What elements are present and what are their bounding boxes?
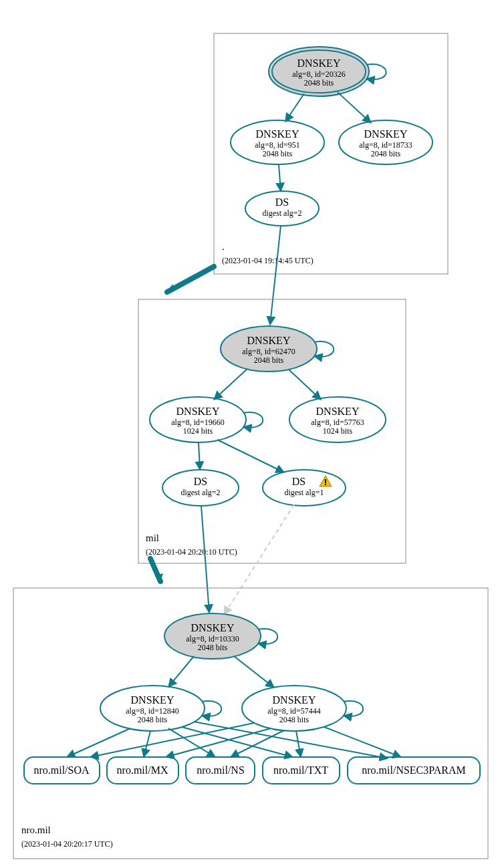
dnssec-diagram: . (2023-01-04 19:14:45 UTC) DNSKEY alg=8… [0, 0, 500, 868]
edge-milksk-zsk1 [214, 369, 247, 400]
edge-milzsk1-ds1 [199, 442, 200, 470]
svg-text:DNSKEY: DNSKEY [247, 335, 291, 346]
edge-milzsk1-ds2 [217, 440, 284, 472]
svg-text:1024 bits: 1024 bits [183, 426, 213, 436]
zone-mil-timestamp: (2023-01-04 20:20:10 UTC) [146, 547, 237, 557]
svg-text:alg=8, id=951: alg=8, id=951 [255, 140, 300, 150]
svg-text:alg=8, id=57444: alg=8, id=57444 [267, 706, 321, 716]
svg-text:2048 bits: 2048 bits [263, 149, 293, 158]
zone-nro-label: nro.mil [21, 825, 51, 835]
svg-text:2048 bits: 2048 bits [198, 643, 228, 652]
zone-mil-label: mil [146, 533, 159, 543]
node-mil-zsk2: DNSKEY alg=8, id=57763 1024 bits [289, 397, 386, 442]
svg-text:nro.mil/TXT: nro.mil/TXT [273, 764, 328, 776]
node-mil-ds2: DS digest alg=1 [263, 470, 346, 506]
svg-text:2048 bits: 2048 bits [138, 715, 168, 724]
svg-rect-35 [325, 479, 326, 483]
edge-z2-mx [166, 728, 271, 757]
svg-text:DNSKEY: DNSKEY [297, 57, 341, 69]
node-mil-ksk: DNSKEY alg=8, id=62470 2048 bits [221, 326, 317, 372]
node-mil-ds1: DS digest alg=2 [162, 470, 239, 506]
svg-text:alg=8, id=10330: alg=8, id=10330 [186, 634, 239, 643]
svg-text:1024 bits: 1024 bits [323, 426, 353, 436]
node-root-ksk: DNSKEY alg=8, id=20326 2048 bits [269, 47, 369, 96]
node-nro-zsk1: DNSKEY alg=8, id=12840 2048 bits [100, 686, 205, 731]
svg-rect-36 [325, 484, 326, 485]
svg-text:nro.mil/NSEC3PARAM: nro.mil/NSEC3PARAM [362, 764, 465, 776]
svg-text:DNSKEY: DNSKEY [131, 694, 174, 706]
svg-text:DS: DS [275, 196, 289, 208]
svg-text:alg=8, id=20326: alg=8, id=20326 [292, 69, 346, 79]
node-root-ds: DS digest alg=2 [245, 191, 319, 226]
edge-z1-mx [144, 731, 150, 757]
svg-text:DS: DS [292, 476, 305, 487]
edge-z2-nsec [324, 727, 401, 757]
edge-milds2-nroksk [224, 504, 294, 615]
node-nro-ksk: DNSKEY alg=8, id=10330 2048 bits [164, 613, 261, 659]
svg-text:alg=8, id=62470: alg=8, id=62470 [242, 347, 295, 356]
svg-text:alg=8, id=18733: alg=8, id=18733 [359, 140, 412, 150]
svg-text:DNSKEY: DNSKEY [191, 622, 235, 633]
rr-ns: nro.mil/NS [186, 757, 255, 784]
rr-mx: nro.mil/MX [107, 757, 178, 784]
edge-milds1-nroksk [201, 506, 209, 613]
svg-text:nro.mil/NS: nro.mil/NS [197, 764, 245, 776]
svg-text:nro.mil/SOA: nro.mil/SOA [33, 764, 90, 776]
svg-text:2048 bits: 2048 bits [279, 715, 309, 724]
edge-z1-soa [67, 728, 130, 757]
edge-z2-txt [296, 731, 301, 757]
svg-text:alg=8, id=12840: alg=8, id=12840 [126, 706, 179, 716]
svg-text:digest alg=1: digest alg=1 [284, 488, 324, 497]
edge-rootksk-zsk2 [338, 92, 371, 123]
zone-root-label: . [222, 241, 225, 252]
svg-text:alg=8, id=19660: alg=8, id=19660 [171, 418, 225, 427]
node-mil-zsk1: DNSKEY alg=8, id=19660 1024 bits [150, 397, 246, 442]
svg-text:DS: DS [194, 476, 207, 487]
svg-text:DNSKEY: DNSKEY [176, 406, 220, 417]
svg-text:DNSKEY: DNSKEY [364, 128, 408, 140]
edge-nroksk-zsk2 [234, 656, 274, 688]
svg-text:2048 bits: 2048 bits [371, 149, 401, 158]
svg-text:DNSKEY: DNSKEY [256, 128, 299, 140]
rr-nsec3param: nro.mil/NSEC3PARAM [348, 757, 480, 784]
svg-text:digest alg=2: digest alg=2 [262, 208, 301, 218]
edge-nroksk-zsk1 [168, 656, 194, 687]
zone-root-timestamp: (2023-01-04 19:14:45 UTC) [222, 256, 314, 265]
svg-text:DNSKEY: DNSKEY [273, 694, 316, 706]
svg-text:DNSKEY: DNSKEY [316, 406, 360, 417]
node-nro-zsk2: DNSKEY alg=8, id=57444 2048 bits [242, 686, 346, 731]
node-root-zsk2: DNSKEY alg=8, id=18733 2048 bits [339, 120, 432, 164]
edge-z1-txt [182, 727, 293, 757]
svg-text:alg=8, id=57763: alg=8, id=57763 [311, 418, 364, 427]
edge-milksk-zsk2 [289, 370, 321, 400]
svg-text:nro.mil/MX: nro.mil/MX [117, 764, 168, 776]
zone-nro-timestamp: (2023-01-04 20:20:17 UTC) [21, 839, 113, 849]
edge-rootksk-zsk1 [285, 94, 304, 122]
rr-soa: nro.mil/SOA [24, 757, 100, 784]
edge-rootds-milksk [270, 226, 281, 325]
svg-text:2048 bits: 2048 bits [304, 78, 334, 88]
edge-rootzsk1-ds [279, 164, 281, 191]
svg-text:2048 bits: 2048 bits [254, 355, 284, 365]
node-root-zsk1: DNSKEY alg=8, id=951 2048 bits [231, 120, 324, 164]
svg-text:digest alg=2: digest alg=2 [180, 488, 220, 497]
rr-txt: nro.mil/TXT [263, 757, 340, 784]
